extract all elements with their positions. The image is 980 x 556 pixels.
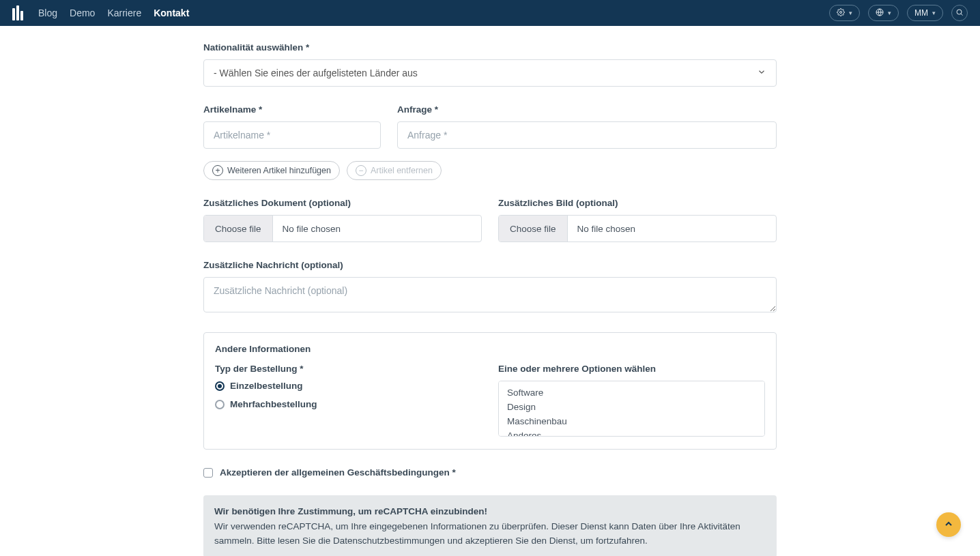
anfrage-field: Anfrage * xyxy=(397,104,777,149)
globe-icon xyxy=(876,8,884,18)
search-icon xyxy=(955,8,964,18)
plus-icon: + xyxy=(212,165,223,176)
radio-single-order-row[interactable]: Einzelbestellung xyxy=(215,381,482,391)
recaptcha-consent-alert: Wir benötigen Ihre Zustimmung, um reCAPT… xyxy=(203,495,777,556)
chevron-down-icon: ▾ xyxy=(932,10,936,16)
nav-links: Blog Demo Karriere Kontakt xyxy=(38,8,189,18)
chevron-down-icon xyxy=(757,68,766,79)
img-upload-input[interactable]: Choose file No file chosen xyxy=(498,215,777,242)
search-button[interactable] xyxy=(951,5,968,21)
radio-multiple-order-row[interactable]: Mehrfachbestellung xyxy=(215,399,482,409)
img-upload-field: Zusätzliches Bild (optional) Choose file… xyxy=(498,198,777,242)
doc-upload-input[interactable]: Choose file No file chosen xyxy=(203,215,482,242)
order-type-label: Typ der Bestellung * xyxy=(215,364,482,374)
nav-link-karriere[interactable]: Karriere xyxy=(107,8,141,18)
language-switcher[interactable]: ▾ xyxy=(868,5,899,21)
message-label: Zusätzliche Nachricht (optional) xyxy=(203,260,777,270)
terms-checkbox[interactable] xyxy=(203,468,213,478)
user-initials: MM xyxy=(914,8,928,18)
other-info-panel: Andere Informationen Typ der Bestellung … xyxy=(203,332,777,450)
chevron-down-icon: ▾ xyxy=(849,10,852,16)
anfrage-label: Anfrage * xyxy=(397,104,777,115)
alert-title: Wir benötigen Ihre Zustimmung, um reCAPT… xyxy=(214,505,766,518)
article-row: Artikelname * Anfrage * xyxy=(203,104,777,149)
img-choose-file-button: Choose file xyxy=(499,216,568,242)
form-container: Nationalität auswählen * - Wählen Sie ei… xyxy=(203,26,777,556)
radio-single-order xyxy=(215,381,225,391)
theme-switcher[interactable]: ▾ xyxy=(829,5,860,21)
nav-link-demo[interactable]: Demo xyxy=(70,8,95,18)
add-article-label: Weiteren Artikel hinzufügen xyxy=(227,166,331,175)
radio-multiple-order xyxy=(215,400,225,409)
option-design[interactable]: Design xyxy=(499,400,764,414)
upload-row: Zusätzliches Dokument (optional) Choose … xyxy=(203,198,777,242)
option-anderes[interactable]: Anderes xyxy=(499,428,764,437)
top-navigation: Blog Demo Karriere Kontakt ▾ ▾ MM ▾ xyxy=(0,0,980,26)
img-file-text: No file chosen xyxy=(568,216,646,242)
option-software[interactable]: Software xyxy=(499,385,764,400)
doc-choose-file-button: Choose file xyxy=(204,216,273,242)
terms-row[interactable]: Akzeptieren der allgemeinen Geschäftsbed… xyxy=(203,467,777,478)
order-type-column: Typ der Bestellung * Einzelbestellung Me… xyxy=(215,364,482,437)
doc-file-text: No file chosen xyxy=(273,216,351,242)
brand-logo[interactable] xyxy=(12,5,23,20)
img-upload-label: Zusätzliches Bild (optional) xyxy=(498,198,777,208)
doc-upload-field: Zusätzliches Dokument (optional) Choose … xyxy=(203,198,482,242)
chevron-up-icon xyxy=(943,518,954,531)
add-article-button[interactable]: + Weiteren Artikel hinzufügen xyxy=(203,161,340,180)
anfrage-input[interactable] xyxy=(397,121,777,149)
svg-line-4 xyxy=(961,14,962,15)
gear-icon xyxy=(837,8,845,18)
alert-body: Wir verwenden reCAPTCHA, um Ihre eingege… xyxy=(214,520,766,548)
remove-article-label: Artikel entfernen xyxy=(371,166,433,175)
nationality-selected-text: - Wählen Sie eines der aufgelisteten Län… xyxy=(214,68,418,78)
message-row: Zusätzliche Nachricht (optional) xyxy=(203,260,777,314)
svg-point-3 xyxy=(957,10,962,14)
remove-article-button[interactable]: − Artikel entfernen xyxy=(347,161,442,180)
article-buttons-row: + Weiteren Artikel hinzufügen − Artikel … xyxy=(203,161,777,180)
scroll-to-top-button[interactable] xyxy=(936,512,961,537)
article-name-field: Artikelname * xyxy=(203,104,381,149)
article-name-label: Artikelname * xyxy=(203,104,381,115)
options-multiselect[interactable]: Software Design Maschinenbau Anderes xyxy=(498,381,765,437)
nav-link-blog[interactable]: Blog xyxy=(38,8,57,18)
message-textarea[interactable] xyxy=(203,277,777,312)
minus-icon: − xyxy=(356,165,366,176)
radio-single-order-label: Einzelbestellung xyxy=(230,381,303,391)
top-nav-left: Blog Demo Karriere Kontakt xyxy=(12,5,189,20)
radio-multiple-order-label: Mehrfachbestellung xyxy=(230,399,317,409)
nationality-select[interactable]: - Wählen Sie eines der aufgelisteten Län… xyxy=(203,59,777,87)
multiselect-column: Eine oder mehrere Optionen wählen Softwa… xyxy=(498,364,765,437)
multiselect-label: Eine oder mehrere Optionen wählen xyxy=(498,364,765,374)
nationality-label: Nationalität auswählen * xyxy=(203,42,777,53)
chevron-down-icon: ▾ xyxy=(888,10,891,16)
other-info-title: Andere Informationen xyxy=(215,344,765,354)
option-maschinenbau[interactable]: Maschinenbau xyxy=(499,414,764,428)
svg-point-0 xyxy=(840,11,842,13)
nationality-row: Nationalität auswählen * - Wählen Sie ei… xyxy=(203,42,777,87)
nav-link-kontakt[interactable]: Kontakt xyxy=(154,8,189,18)
article-name-input[interactable] xyxy=(203,121,381,149)
user-menu[interactable]: MM ▾ xyxy=(907,5,943,21)
other-info-grid: Typ der Bestellung * Einzelbestellung Me… xyxy=(215,364,765,437)
terms-label: Akzeptieren der allgemeinen Geschäftsbed… xyxy=(220,467,456,478)
doc-upload-label: Zusätzliches Dokument (optional) xyxy=(203,198,482,208)
top-nav-right: ▾ ▾ MM ▾ xyxy=(829,5,968,21)
